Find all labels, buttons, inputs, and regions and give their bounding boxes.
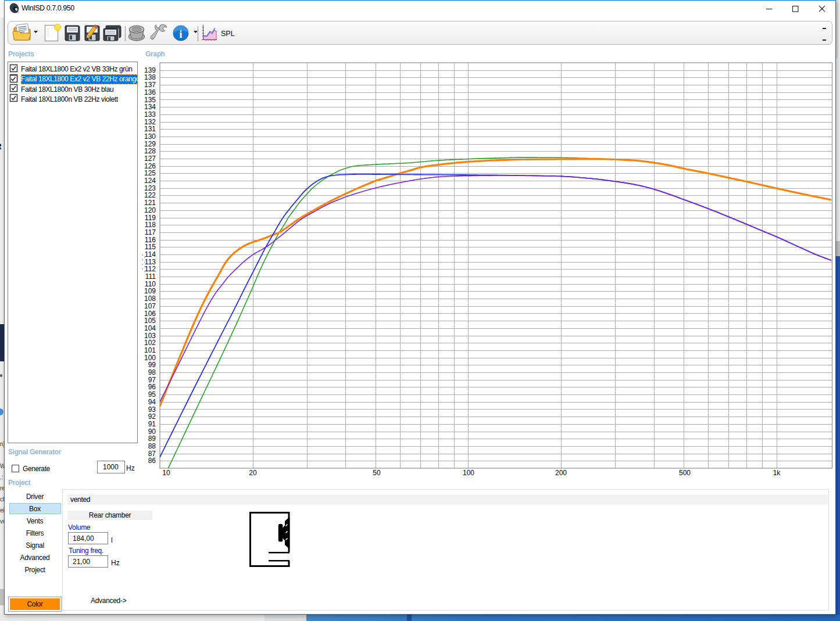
svg-text:129: 129 (144, 140, 156, 148)
svg-text:88: 88 (148, 442, 156, 450)
svg-text:125: 125 (144, 169, 156, 177)
svg-text:106: 106 (144, 310, 156, 318)
svg-text:20: 20 (249, 469, 257, 477)
svg-text:128: 128 (144, 147, 156, 155)
svg-text:112: 112 (145, 265, 156, 273)
svg-text:120: 120 (144, 206, 156, 214)
svg-text:99: 99 (148, 361, 156, 369)
svg-text:109: 109 (144, 287, 156, 295)
svg-text:113: 113 (145, 258, 156, 266)
svg-text:119: 119 (145, 214, 156, 222)
svg-text:136: 136 (144, 88, 156, 96)
svg-text:122: 122 (144, 191, 156, 199)
svg-text:110: 110 (145, 280, 156, 288)
svg-text:86: 86 (148, 457, 156, 465)
svg-text:133: 133 (144, 110, 156, 119)
svg-text:115: 115 (145, 243, 156, 251)
svg-text:90: 90 (148, 428, 156, 436)
svg-text:94: 94 (148, 398, 156, 406)
svg-text:87: 87 (148, 450, 156, 458)
svg-text:126: 126 (144, 162, 156, 170)
svg-text:105: 105 (144, 317, 156, 325)
svg-text:89: 89 (148, 435, 156, 443)
svg-text:123: 123 (144, 184, 156, 192)
svg-text:121: 121 (144, 199, 156, 207)
svg-text:100: 100 (144, 354, 156, 362)
svg-text:116: 116 (145, 236, 156, 244)
svg-text:139: 139 (144, 66, 156, 74)
svg-text:107: 107 (144, 302, 156, 310)
svg-text:102: 102 (144, 339, 156, 347)
svg-text:104: 104 (144, 324, 156, 332)
svg-text:131: 131 (144, 125, 156, 133)
svg-text:117: 117 (145, 228, 156, 236)
svg-text:138: 138 (144, 73, 156, 81)
svg-text:132: 132 (144, 118, 156, 126)
svg-text:98: 98 (148, 368, 156, 376)
svg-text:200: 200 (555, 469, 567, 477)
svg-text:96: 96 (148, 383, 156, 391)
svg-text:134: 134 (144, 103, 156, 111)
svg-text:130: 130 (144, 132, 156, 141)
svg-text:50: 50 (373, 469, 381, 477)
svg-text:10: 10 (162, 469, 170, 477)
svg-text:124: 124 (144, 177, 156, 185)
svg-text:92: 92 (148, 412, 156, 421)
svg-text:1k: 1k (773, 469, 781, 477)
svg-text:118: 118 (145, 221, 156, 229)
svg-text:103: 103 (144, 332, 156, 340)
svg-text:101: 101 (144, 346, 156, 354)
svg-text:100: 100 (463, 469, 474, 477)
svg-text:97: 97 (148, 376, 156, 384)
svg-text:95: 95 (148, 390, 156, 399)
svg-text:93: 93 (148, 405, 156, 414)
svg-text:111: 111 (145, 272, 156, 281)
svg-text:108: 108 (144, 295, 156, 303)
svg-text:91: 91 (148, 420, 156, 428)
svg-text:135: 135 (144, 96, 156, 104)
svg-text:500: 500 (679, 469, 691, 477)
svg-text:127: 127 (144, 155, 156, 163)
svg-text:137: 137 (144, 81, 156, 89)
svg-text:114: 114 (145, 250, 156, 259)
